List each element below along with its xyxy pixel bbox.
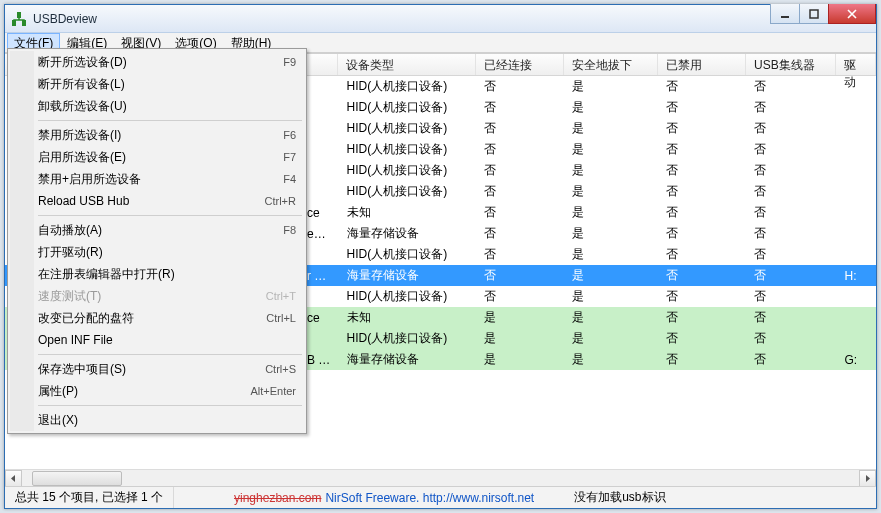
menu-item: 速度测试(T)Ctrl+T xyxy=(10,285,304,307)
cell: 否 xyxy=(746,141,836,158)
cell: 否 xyxy=(658,267,746,284)
cell: 否 xyxy=(658,246,746,263)
menu-item-accel: F8 xyxy=(283,224,296,236)
app-icon xyxy=(11,11,27,27)
menu-item[interactable]: 改变已分配的盘符Ctrl+L xyxy=(10,307,304,329)
menu-item[interactable]: 卸载所选设备(U) xyxy=(10,95,304,117)
cell: 未知 xyxy=(339,204,476,221)
menu-item[interactable]: 启用所选设备(E)F7 xyxy=(10,146,304,168)
cell: 是 xyxy=(564,120,657,137)
cell: 否 xyxy=(658,225,746,242)
cell: 否 xyxy=(746,162,836,179)
menu-item-accel: Ctrl+S xyxy=(265,363,296,375)
cell: G: xyxy=(837,353,877,367)
menu-item[interactable]: 退出(X) xyxy=(10,409,304,431)
menu-item[interactable]: 保存选中项目(S)Ctrl+S xyxy=(10,358,304,380)
horizontal-scrollbar[interactable] xyxy=(5,469,876,486)
menu-item-label: 断开所有设备(L) xyxy=(38,76,296,93)
cell: 是 xyxy=(564,330,657,347)
app-window: USBDeview 文件(F) 编辑(E) 视图(V) 选项(O) 帮助(H) … xyxy=(4,4,877,509)
menu-item-label: 启用所选设备(E) xyxy=(38,149,283,166)
menu-item-accel: F6 xyxy=(283,129,296,141)
cell: 否 xyxy=(746,120,836,137)
menu-separator xyxy=(38,215,302,216)
cell: 否 xyxy=(658,78,746,95)
cell: 是 xyxy=(564,141,657,158)
col-drive[interactable]: 驱动 xyxy=(836,54,876,75)
cell: HID(人机接口设备) xyxy=(339,162,476,179)
cell: 否 xyxy=(476,204,564,221)
menu-item[interactable]: 断开所有设备(L) xyxy=(10,73,304,95)
menu-item[interactable]: 禁用+启用所选设备F4 xyxy=(10,168,304,190)
status-right: 没有加载usb标识 xyxy=(574,489,665,506)
menu-item[interactable]: Reload USB HubCtrl+R xyxy=(10,190,304,212)
cell: 否 xyxy=(476,183,564,200)
cell: 否 xyxy=(476,288,564,305)
cell: 否 xyxy=(746,351,836,368)
menu-item[interactable]: 自动播放(A)F8 xyxy=(10,219,304,241)
status-count: 总共 15 个项目, 已选择 1 个 xyxy=(5,487,174,508)
file-dropdown: 断开所选设备(D)F9断开所有设备(L)卸载所选设备(U)禁用所选设备(I)F6… xyxy=(7,48,307,434)
menu-item-label: 卸载所选设备(U) xyxy=(38,98,296,115)
cell: 海量存储设备 xyxy=(339,351,476,368)
cell: 否 xyxy=(746,267,836,284)
menu-item-accel: Ctrl+R xyxy=(265,195,296,207)
menu-item[interactable]: Open INF File xyxy=(10,329,304,351)
cell: 否 xyxy=(658,351,746,368)
cell: 是 xyxy=(564,204,657,221)
cell: 否 xyxy=(658,141,746,158)
scroll-thumb[interactable] xyxy=(32,471,122,486)
cell: HID(人机接口设备) xyxy=(339,246,476,263)
window-buttons xyxy=(771,5,876,32)
cell: 是 xyxy=(564,351,657,368)
maximize-button[interactable] xyxy=(799,4,829,24)
cell: 否 xyxy=(746,330,836,347)
menu-item-label: 速度测试(T) xyxy=(38,288,266,305)
cell: 是 xyxy=(564,225,657,242)
minimize-button[interactable] xyxy=(770,4,800,24)
cell: 否 xyxy=(746,309,836,326)
cell: 是 xyxy=(564,183,657,200)
menu-separator xyxy=(38,405,302,406)
cell: 否 xyxy=(476,120,564,137)
cell: 未知 xyxy=(339,309,476,326)
titlebar: USBDeview xyxy=(5,5,876,33)
cell: 是 xyxy=(564,99,657,116)
svg-rect-4 xyxy=(810,10,818,18)
menu-item[interactable]: 禁用所选设备(I)F6 xyxy=(10,124,304,146)
credit-link[interactable]: NirSoft Freeware. http://www.nirsoft.net xyxy=(325,491,534,505)
scroll-right-button[interactable] xyxy=(859,470,876,487)
cell: 否 xyxy=(746,225,836,242)
cell: 否 xyxy=(658,183,746,200)
cell: 否 xyxy=(746,78,836,95)
menu-item[interactable]: 在注册表编辑器中打开(R) xyxy=(10,263,304,285)
cell: 否 xyxy=(746,246,836,263)
menu-item[interactable]: 打开驱动(R) xyxy=(10,241,304,263)
col-disabled[interactable]: 已禁用 xyxy=(658,54,746,75)
menu-item[interactable]: 断开所选设备(D)F9 xyxy=(10,51,304,73)
menu-item-accel: Ctrl+L xyxy=(266,312,296,324)
close-button[interactable] xyxy=(828,4,876,24)
menu-item[interactable]: 属性(P)Alt+Enter xyxy=(10,380,304,402)
window-title: USBDeview xyxy=(33,12,771,26)
col-connected[interactable]: 已经连接 xyxy=(476,54,564,75)
menu-item-label: 退出(X) xyxy=(38,412,296,429)
menu-item-label: 禁用+启用所选设备 xyxy=(38,171,283,188)
col-type[interactable]: 设备类型 xyxy=(338,54,475,75)
cell: 否 xyxy=(658,288,746,305)
cell: 否 xyxy=(476,246,564,263)
col-safe[interactable]: 安全地拔下 xyxy=(564,54,657,75)
cell: 是 xyxy=(564,162,657,179)
menu-item-label: 断开所选设备(D) xyxy=(38,54,283,71)
scroll-left-button[interactable] xyxy=(5,470,22,487)
col-hub[interactable]: USB集线器 xyxy=(746,54,836,75)
menu-item-label: 保存选中项目(S) xyxy=(38,361,265,378)
cell: HID(人机接口设备) xyxy=(339,78,476,95)
menu-item-accel: F9 xyxy=(283,56,296,68)
cell: 否 xyxy=(658,309,746,326)
status-bar: 总共 15 个项目, 已选择 1 个 yinghezban.com NirSof… xyxy=(5,486,876,508)
cell: 否 xyxy=(658,162,746,179)
menu-item-label: 自动播放(A) xyxy=(38,222,283,239)
cell: 是 xyxy=(476,330,564,347)
menu-separator xyxy=(38,120,302,121)
